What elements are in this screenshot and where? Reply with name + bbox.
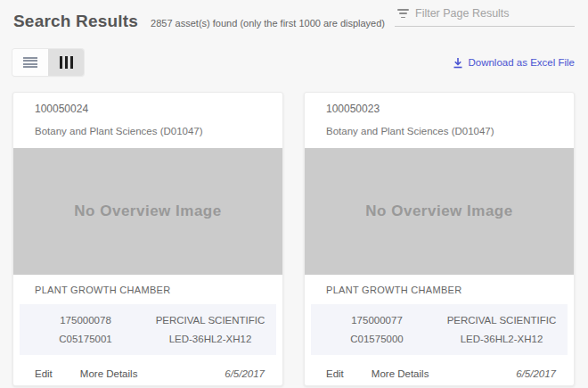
asset-id: 175000077	[314, 311, 439, 330]
asset-card: 100050023 Botany and Plant Sciences (D01…	[304, 92, 575, 386]
download-excel-link[interactable]: Download as Excel File	[453, 57, 575, 69]
overview-image-placeholder: No Overview Image	[13, 148, 282, 275]
asset-ids-column: 175000077 C01575000	[314, 311, 439, 348]
result-summary: 2857 asset(s) found (only the first 1000…	[151, 18, 385, 29]
search-results-grid: 100050024 Botany and Plant Sciences (D01…	[0, 76, 588, 386]
asset-make-column: PERCIVAL SCIENTIFIC LED-36HL2-XH12	[439, 311, 564, 348]
manufacturer: PERCIVAL SCIENTIFIC	[439, 311, 564, 330]
columns-view-icon	[60, 56, 73, 69]
asset-make-column: PERCIVAL SCIENTIFIC LED-36HL2-XH12	[148, 311, 273, 348]
no-image-text: No Overview Image	[365, 202, 512, 220]
filter-icon	[397, 9, 409, 18]
department-label: Botany and Plant Sciences (D01047)	[326, 126, 552, 136]
list-view-icon	[23, 57, 37, 69]
more-details-button[interactable]: More Details	[80, 368, 138, 379]
asset-specs-strip: 175000077 C01575000 PERCIVAL SCIENTIFIC …	[311, 304, 568, 355]
asset-category: PLANT GROWTH CHAMBER	[13, 275, 282, 304]
filter-page-results-field	[395, 7, 575, 27]
card-footer: Edit More Details 6/5/2017	[305, 355, 574, 379]
download-excel-label: Download as Excel File	[468, 57, 575, 68]
asset-card: 100050024 Botany and Plant Sciences (D01…	[12, 92, 283, 386]
serial-number: C01575000	[314, 330, 439, 349]
card-header: 100050023 Botany and Plant Sciences (D01…	[305, 93, 574, 148]
asset-ids-column: 175000078 C05175001	[23, 311, 148, 348]
more-details-button[interactable]: More Details	[372, 368, 429, 379]
column-view-button[interactable]	[48, 49, 84, 76]
asset-date: 6/5/2017	[516, 368, 556, 379]
view-toggle	[12, 49, 84, 76]
asset-category: PLANT GROWTH CHAMBER	[305, 275, 574, 304]
no-image-text: No Overview Image	[74, 202, 221, 220]
asset-number: 100050024	[35, 103, 261, 115]
filter-input[interactable]	[415, 7, 575, 20]
toolbar: Download as Excel File	[0, 31, 588, 76]
asset-date: 6/5/2017	[225, 368, 265, 379]
model: LED-36HL2-XH12	[148, 330, 273, 349]
serial-number: C05175001	[23, 330, 148, 349]
edit-button[interactable]: Edit	[326, 368, 344, 379]
model: LED-36HL2-XH12	[439, 330, 564, 349]
asset-id: 175000078	[23, 311, 148, 330]
edit-button[interactable]: Edit	[35, 368, 53, 379]
department-label: Botany and Plant Sciences (D01047)	[35, 126, 261, 136]
asset-number: 100050023	[326, 103, 552, 115]
overview-image-placeholder: No Overview Image	[305, 148, 574, 275]
download-icon	[453, 57, 463, 69]
page-title: Search Results	[13, 12, 138, 31]
card-header: 100050024 Botany and Plant Sciences (D01…	[13, 93, 282, 148]
asset-specs-strip: 175000078 C05175001 PERCIVAL SCIENTIFIC …	[20, 304, 276, 355]
manufacturer: PERCIVAL SCIENTIFIC	[148, 311, 273, 330]
list-view-button[interactable]	[12, 49, 48, 76]
card-footer: Edit More Details 6/5/2017	[13, 355, 282, 379]
